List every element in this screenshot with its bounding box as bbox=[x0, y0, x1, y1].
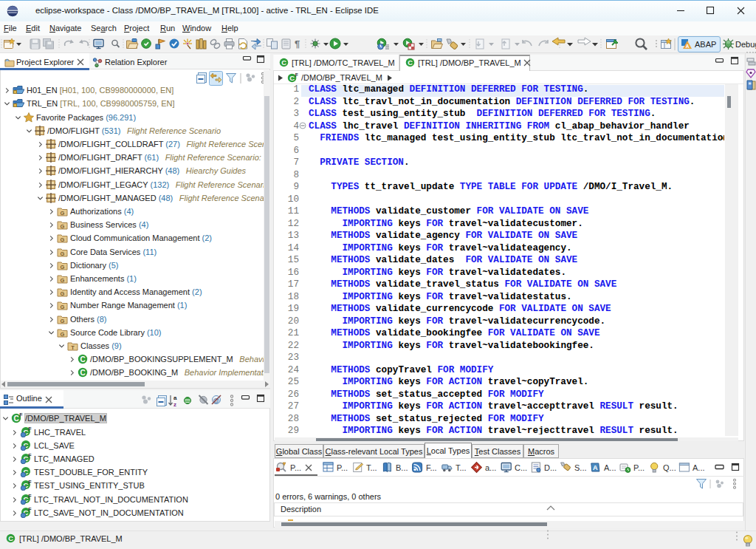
svg-text:A: A bbox=[685, 44, 689, 49]
svg-text:a: a bbox=[173, 395, 177, 401]
svg-text:¶: ¶ bbox=[295, 38, 300, 50]
svg-text:z: z bbox=[173, 401, 176, 407]
svg-text:A: A bbox=[593, 464, 598, 471]
